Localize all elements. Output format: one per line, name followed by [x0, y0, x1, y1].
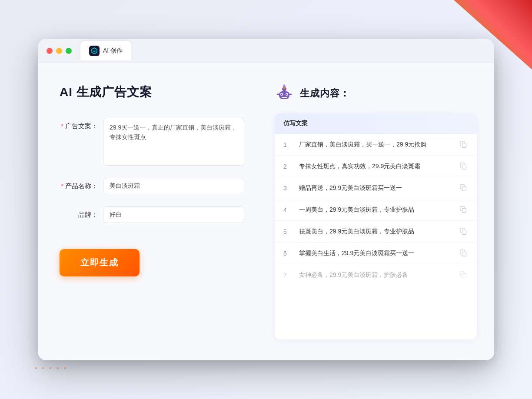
ad-copy-group: *广告文案：	[60, 118, 244, 166]
item-text: 祛斑美白，29.9元美白淡斑霜，专业护肤品	[299, 227, 452, 236]
brand-input[interactable]	[103, 206, 244, 223]
result-item: 3赠品再送，29.9元美白淡斑霜买一送一	[275, 177, 477, 199]
copy-button[interactable]	[459, 271, 468, 279]
generate-button[interactable]: 立即生成	[60, 249, 140, 276]
title-bar: AI AI 创作	[38, 39, 494, 63]
ad-copy-label: *广告文案：	[60, 118, 103, 130]
item-number: 1	[283, 141, 292, 148]
result-table-header: 仿写文案	[275, 113, 477, 134]
product-name-input[interactable]	[103, 178, 244, 194]
result-header: 生成内容：	[275, 84, 477, 103]
product-name-label: *产品名称：	[60, 178, 103, 190]
maximize-button[interactable]	[66, 48, 72, 54]
copy-button[interactable]	[459, 184, 468, 193]
svg-rect-10	[282, 97, 287, 98]
result-title: 生成内容：	[300, 87, 350, 100]
item-number: 2	[283, 163, 292, 170]
right-panel: 生成内容： 仿写文案 1厂家直销，美白淡斑霜，买一送一，29.9元抢购 2专抹女…	[266, 63, 494, 360]
result-item: 1厂家直销，美白淡斑霜，买一送一，29.9元抢购	[275, 134, 477, 156]
close-button[interactable]	[47, 48, 53, 54]
page-title: AI 生成广告文案	[60, 84, 244, 100]
item-text: 厂家直销，美白淡斑霜，买一送一，29.9元抢购	[299, 140, 452, 149]
item-number: 4	[283, 206, 292, 213]
tab-label: AI 创作	[103, 47, 123, 55]
result-item: 7女神必备，29.9元美白淡斑霜，护肤必备	[275, 264, 477, 286]
copy-button[interactable]	[459, 249, 468, 258]
copy-button[interactable]	[459, 227, 468, 236]
robot-icon	[275, 84, 294, 103]
ad-copy-input[interactable]	[103, 118, 244, 166]
svg-rect-16	[462, 165, 466, 169]
ad-required-star: *	[61, 122, 63, 130]
result-item: 2专抹女性斑点，真实功效，29.9元美白淡斑霜	[275, 156, 477, 177]
svg-rect-18	[462, 208, 466, 213]
left-panel: AI 生成广告文案 *广告文案： *产品名称： 品牌： 立即生成	[38, 63, 266, 360]
results-list: 1厂家直销，美白淡斑霜，买一送一，29.9元抢购 2专抹女性斑点，真实功效，29…	[275, 134, 477, 286]
copy-button[interactable]	[459, 140, 468, 149]
active-tab[interactable]: AI AI 创作	[80, 41, 131, 60]
brand-label: 品牌：	[60, 206, 103, 219]
item-text: 女神必备，29.9元美白淡斑霜，护肤必备	[299, 270, 452, 279]
item-text: 掌握美白生活，29.9元美白淡斑霜买一送一	[299, 249, 452, 258]
browser-window: AI AI 创作 AI 生成广告文案 *广告文案： *产品名称：	[38, 39, 494, 360]
item-number: 5	[283, 228, 292, 235]
brand-group: 品牌：	[60, 206, 244, 223]
result-item: 4一周美白，29.9元美白淡斑霜，专业护肤品	[275, 199, 477, 221]
product-required-star: *	[61, 182, 63, 190]
item-number: 3	[283, 185, 292, 192]
svg-text:AI: AI	[93, 50, 96, 53]
svg-rect-19	[462, 230, 466, 234]
minimize-button[interactable]	[56, 48, 62, 54]
item-text: 赠品再送，29.9元美白淡斑霜买一送一	[299, 183, 452, 193]
svg-point-8	[281, 94, 283, 95]
svg-rect-15	[462, 143, 466, 147]
item-text: 专抹女性斑点，真实功效，29.9元美白淡斑霜	[299, 162, 452, 171]
content-area: AI 生成广告文案 *广告文案： *产品名称： 品牌： 立即生成	[38, 63, 494, 360]
copy-button[interactable]	[459, 206, 468, 214]
item-number: 6	[283, 250, 292, 257]
tab-ai-icon: AI	[89, 46, 100, 56]
svg-point-14	[283, 87, 283, 88]
svg-rect-17	[462, 186, 466, 191]
svg-point-9	[286, 94, 288, 95]
copy-button[interactable]	[459, 162, 468, 171]
svg-rect-20	[462, 252, 466, 256]
svg-point-13	[283, 87, 285, 89]
traffic-lights	[47, 48, 72, 54]
result-card: 仿写文案 1厂家直销，美白淡斑霜，买一送一，29.9元抢购 2专抹女性斑点，真实…	[275, 113, 477, 339]
result-item: 5祛斑美白，29.9元美白淡斑霜，专业护肤品	[275, 221, 477, 243]
svg-rect-21	[462, 273, 466, 278]
product-name-group: *产品名称：	[60, 178, 244, 194]
result-item: 6掌握美白生活，29.9元美白淡斑霜买一送一	[275, 243, 477, 264]
svg-point-4	[283, 84, 285, 86]
item-number: 7	[283, 272, 292, 279]
decorative-dots	[35, 364, 87, 390]
item-text: 一周美白，29.9元美白淡斑霜，专业护肤品	[299, 205, 452, 214]
